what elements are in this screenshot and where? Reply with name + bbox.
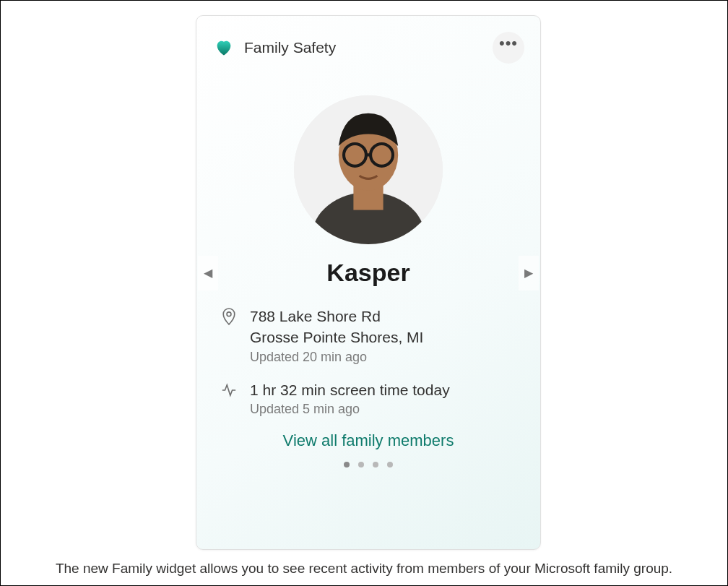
- family-safety-widget: Family Safety ••• ◀ Kasper ▶: [196, 15, 541, 550]
- pager-dot[interactable]: [344, 462, 350, 467]
- avatar-container: [196, 95, 540, 244]
- pager-dot[interactable]: [387, 462, 393, 467]
- next-member-button[interactable]: ▶: [519, 256, 539, 290]
- chevron-left-icon: ◀: [204, 266, 212, 280]
- member-name-row: ◀ Kasper ▶: [196, 259, 540, 287]
- svg-point-7: [227, 312, 231, 316]
- widget-header-left: Family Safety: [214, 38, 336, 58]
- widget-title: Family Safety: [244, 39, 336, 56]
- location-line2: Grosse Pointe Shores, MI: [250, 327, 423, 348]
- screen-time-line1: 1 hr 32 min screen time today: [250, 379, 450, 400]
- screen-time-row[interactable]: 1 hr 32 min screen time today Updated 5 …: [220, 379, 519, 417]
- location-line1: 788 Lake Shore Rd: [250, 306, 423, 327]
- activity-pulse-icon: [220, 379, 238, 417]
- member-avatar[interactable]: [294, 95, 443, 244]
- member-name: Kasper: [196, 259, 540, 287]
- heart-shield-icon: [214, 38, 234, 58]
- chevron-right-icon: ▶: [524, 266, 533, 280]
- pagination-dots: [196, 462, 540, 467]
- previous-member-button[interactable]: ◀: [198, 256, 218, 290]
- figure-caption: The new Family widget allows you to see …: [1, 561, 727, 577]
- location-row[interactable]: 788 Lake Shore Rd Grosse Pointe Shores, …: [220, 306, 519, 365]
- screen-time-text: 1 hr 32 min screen time today Updated 5 …: [250, 379, 450, 417]
- pager-dot[interactable]: [373, 462, 378, 467]
- member-info-block: 788 Lake Shore Rd Grosse Pointe Shores, …: [196, 287, 540, 417]
- location-pin-icon: [220, 306, 238, 365]
- widget-header: Family Safety •••: [196, 32, 540, 64]
- view-all-family-link[interactable]: View all family members: [283, 431, 454, 449]
- location-updated: Updated 20 min ago: [250, 350, 423, 365]
- more-options-button[interactable]: •••: [493, 32, 524, 64]
- screen-time-updated: Updated 5 min ago: [250, 402, 450, 417]
- location-text: 788 Lake Shore Rd Grosse Pointe Shores, …: [250, 306, 423, 365]
- pager-dot[interactable]: [358, 462, 364, 467]
- view-all-container: View all family members: [196, 431, 540, 450]
